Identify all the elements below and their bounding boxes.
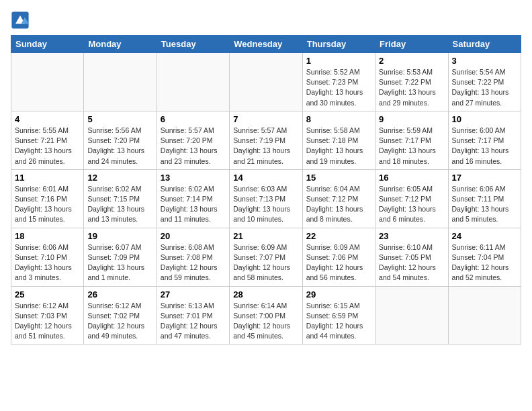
weekday-header-thursday: Thursday xyxy=(302,36,375,53)
day-number: 17 xyxy=(452,173,517,183)
calendar-cell: 26Sunrise: 6:12 AM Sunset: 7:02 PM Dayli… xyxy=(84,286,157,345)
day-info: Sunrise: 6:12 AM Sunset: 7:03 PM Dayligh… xyxy=(15,301,80,342)
calendar-cell: 13Sunrise: 6:02 AM Sunset: 7:14 PM Dayli… xyxy=(157,169,229,228)
day-info: Sunrise: 5:52 AM Sunset: 7:23 PM Dayligh… xyxy=(306,67,371,108)
day-info: Sunrise: 6:13 AM Sunset: 7:01 PM Dayligh… xyxy=(161,301,226,342)
day-info: Sunrise: 5:58 AM Sunset: 7:18 PM Dayligh… xyxy=(306,126,371,167)
day-number: 24 xyxy=(452,231,517,241)
page-header xyxy=(11,11,521,30)
day-number: 14 xyxy=(233,173,298,183)
day-number: 9 xyxy=(379,114,444,124)
day-info: Sunrise: 5:54 AM Sunset: 7:22 PM Dayligh… xyxy=(452,67,517,108)
calendar-table: SundayMondayTuesdayWednesdayThursdayFrid… xyxy=(11,35,521,345)
calendar-cell xyxy=(157,53,229,111)
calendar-week-row: 11Sunrise: 6:01 AM Sunset: 7:16 PM Dayli… xyxy=(11,169,521,228)
calendar-cell: 21Sunrise: 6:09 AM Sunset: 7:07 PM Dayli… xyxy=(230,228,302,286)
calendar-week-row: 25Sunrise: 6:12 AM Sunset: 7:03 PM Dayli… xyxy=(11,286,521,345)
day-number: 22 xyxy=(306,231,371,241)
calendar-cell: 28Sunrise: 6:14 AM Sunset: 7:00 PM Dayli… xyxy=(230,286,302,345)
day-number: 28 xyxy=(233,289,298,300)
day-info: Sunrise: 6:14 AM Sunset: 7:00 PM Dayligh… xyxy=(233,301,298,342)
calendar-week-row: 18Sunrise: 6:06 AM Sunset: 7:10 PM Dayli… xyxy=(11,228,521,286)
weekday-header-saturday: Saturday xyxy=(448,36,521,53)
calendar-cell: 22Sunrise: 6:09 AM Sunset: 7:06 PM Dayli… xyxy=(302,228,375,286)
calendar-cell: 29Sunrise: 6:15 AM Sunset: 6:59 PM Dayli… xyxy=(302,286,375,345)
day-info: Sunrise: 6:02 AM Sunset: 7:15 PM Dayligh… xyxy=(87,184,152,225)
day-info: Sunrise: 5:56 AM Sunset: 7:20 PM Dayligh… xyxy=(87,126,152,167)
day-number: 7 xyxy=(233,114,298,124)
day-number: 3 xyxy=(452,56,517,66)
weekday-header-sunday: Sunday xyxy=(11,36,84,53)
day-info: Sunrise: 6:12 AM Sunset: 7:02 PM Dayligh… xyxy=(87,301,152,342)
day-info: Sunrise: 6:15 AM Sunset: 6:59 PM Dayligh… xyxy=(306,301,371,342)
calendar-cell: 19Sunrise: 6:07 AM Sunset: 7:09 PM Dayli… xyxy=(84,228,157,286)
day-number: 29 xyxy=(306,289,371,300)
logo-icon xyxy=(11,11,30,30)
calendar-cell: 25Sunrise: 6:12 AM Sunset: 7:03 PM Dayli… xyxy=(11,286,84,345)
day-info: Sunrise: 6:06 AM Sunset: 7:10 PM Dayligh… xyxy=(15,242,80,283)
calendar-cell: 15Sunrise: 6:04 AM Sunset: 7:12 PM Dayli… xyxy=(302,169,375,228)
calendar-cell: 23Sunrise: 6:10 AM Sunset: 7:05 PM Dayli… xyxy=(375,228,448,286)
calendar-cell: 7Sunrise: 5:57 AM Sunset: 7:19 PM Daylig… xyxy=(230,111,302,169)
day-number: 12 xyxy=(87,173,152,183)
day-number: 18 xyxy=(15,231,80,241)
calendar-cell: 20Sunrise: 6:08 AM Sunset: 7:08 PM Dayli… xyxy=(157,228,229,286)
day-number: 19 xyxy=(87,231,152,241)
calendar-cell: 18Sunrise: 6:06 AM Sunset: 7:10 PM Dayli… xyxy=(11,228,84,286)
logo xyxy=(11,11,32,30)
day-info: Sunrise: 6:09 AM Sunset: 7:07 PM Dayligh… xyxy=(233,242,298,283)
calendar-cell: 12Sunrise: 6:02 AM Sunset: 7:15 PM Dayli… xyxy=(84,169,157,228)
calendar-cell: 2Sunrise: 5:53 AM Sunset: 7:22 PM Daylig… xyxy=(375,53,448,111)
day-number: 6 xyxy=(161,114,226,124)
day-number: 16 xyxy=(379,173,444,183)
calendar-week-row: 1Sunrise: 5:52 AM Sunset: 7:23 PM Daylig… xyxy=(11,53,521,111)
calendar-cell xyxy=(375,286,448,345)
day-info: Sunrise: 6:02 AM Sunset: 7:14 PM Dayligh… xyxy=(161,184,226,225)
day-number: 15 xyxy=(306,173,371,183)
day-info: Sunrise: 6:07 AM Sunset: 7:09 PM Dayligh… xyxy=(87,242,152,283)
day-number: 23 xyxy=(379,231,444,241)
calendar-cell xyxy=(230,53,302,111)
day-info: Sunrise: 6:10 AM Sunset: 7:05 PM Dayligh… xyxy=(379,242,444,283)
day-number: 25 xyxy=(15,289,80,300)
day-number: 20 xyxy=(161,231,226,241)
calendar-header-row: SundayMondayTuesdayWednesdayThursdayFrid… xyxy=(11,36,521,53)
calendar-cell: 9Sunrise: 5:59 AM Sunset: 7:17 PM Daylig… xyxy=(375,111,448,169)
calendar-cell: 4Sunrise: 5:55 AM Sunset: 7:21 PM Daylig… xyxy=(11,111,84,169)
calendar-cell: 17Sunrise: 6:06 AM Sunset: 7:11 PM Dayli… xyxy=(448,169,521,228)
calendar-cell xyxy=(11,53,84,111)
weekday-header-friday: Friday xyxy=(375,36,448,53)
day-number: 1 xyxy=(306,56,371,66)
day-info: Sunrise: 6:04 AM Sunset: 7:12 PM Dayligh… xyxy=(306,184,371,225)
weekday-header-tuesday: Tuesday xyxy=(157,36,229,53)
calendar-cell: 11Sunrise: 6:01 AM Sunset: 7:16 PM Dayli… xyxy=(11,169,84,228)
day-number: 4 xyxy=(15,114,80,124)
calendar-cell: 16Sunrise: 6:05 AM Sunset: 7:12 PM Dayli… xyxy=(375,169,448,228)
calendar-cell: 10Sunrise: 6:00 AM Sunset: 7:17 PM Dayli… xyxy=(448,111,521,169)
calendar-week-row: 4Sunrise: 5:55 AM Sunset: 7:21 PM Daylig… xyxy=(11,111,521,169)
day-info: Sunrise: 6:00 AM Sunset: 7:17 PM Dayligh… xyxy=(452,126,517,167)
calendar-cell: 6Sunrise: 5:57 AM Sunset: 7:20 PM Daylig… xyxy=(157,111,229,169)
weekday-header-monday: Monday xyxy=(84,36,157,53)
day-info: Sunrise: 5:59 AM Sunset: 7:17 PM Dayligh… xyxy=(379,126,444,167)
day-info: Sunrise: 6:05 AM Sunset: 7:12 PM Dayligh… xyxy=(379,184,444,225)
calendar-cell: 27Sunrise: 6:13 AM Sunset: 7:01 PM Dayli… xyxy=(157,286,229,345)
calendar-cell xyxy=(448,286,521,345)
day-info: Sunrise: 6:06 AM Sunset: 7:11 PM Dayligh… xyxy=(452,184,517,225)
calendar-cell xyxy=(84,53,157,111)
calendar-cell: 1Sunrise: 5:52 AM Sunset: 7:23 PM Daylig… xyxy=(302,53,375,111)
day-number: 8 xyxy=(306,114,371,124)
day-number: 2 xyxy=(379,56,444,66)
day-number: 11 xyxy=(15,173,80,183)
day-number: 5 xyxy=(87,114,152,124)
calendar-cell: 5Sunrise: 5:56 AM Sunset: 7:20 PM Daylig… xyxy=(84,111,157,169)
day-number: 13 xyxy=(161,173,226,183)
calendar-cell: 3Sunrise: 5:54 AM Sunset: 7:22 PM Daylig… xyxy=(448,53,521,111)
day-info: Sunrise: 5:55 AM Sunset: 7:21 PM Dayligh… xyxy=(15,126,80,167)
day-info: Sunrise: 5:53 AM Sunset: 7:22 PM Dayligh… xyxy=(379,67,444,108)
calendar-cell: 14Sunrise: 6:03 AM Sunset: 7:13 PM Dayli… xyxy=(230,169,302,228)
day-number: 26 xyxy=(87,289,152,300)
day-info: Sunrise: 6:03 AM Sunset: 7:13 PM Dayligh… xyxy=(233,184,298,225)
calendar-cell: 24Sunrise: 6:11 AM Sunset: 7:04 PM Dayli… xyxy=(448,228,521,286)
day-info: Sunrise: 6:09 AM Sunset: 7:06 PM Dayligh… xyxy=(306,242,371,283)
